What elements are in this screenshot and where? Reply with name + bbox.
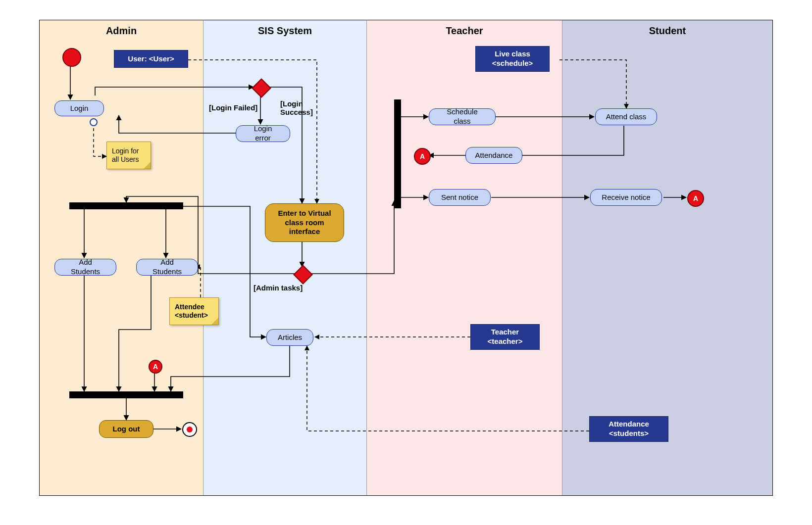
schedule-class-label: Schedule class [438, 107, 486, 126]
logout-label: Log out [113, 425, 140, 434]
login-failed-label: [Login Failed] [209, 103, 257, 112]
live-class-label: Live class <schedule> [485, 49, 540, 68]
enter-virtual-activity: Enter to Virtual class room interface [265, 203, 344, 242]
end-node-icon [182, 422, 197, 437]
login-error-label: Login error [245, 124, 281, 143]
teacher-object-block: Teacher <teacher> [470, 324, 540, 350]
attendance-label: Attendance [475, 151, 513, 160]
sent-notice-activity: Sent notice [429, 189, 491, 206]
sync-bar-teacher [394, 99, 401, 208]
articles-activity: Articles [266, 329, 313, 346]
lane-admin-title: Admin [40, 20, 203, 40]
connector-a-student-label: A [693, 194, 698, 202]
connector-a-student: A [687, 190, 704, 207]
add-students-1-label: Add Students [64, 258, 107, 277]
login-label: Login [70, 104, 89, 113]
attend-class-label: Attend class [606, 112, 647, 122]
login-note-text: Login for all Users [112, 147, 146, 164]
activity-diagram-canvas: Admin SIS System Teacher Student [39, 20, 773, 496]
lane-teacher: Teacher [366, 20, 562, 495]
lane-sis: SIS System [203, 20, 366, 495]
join-bar-admin [69, 391, 183, 398]
enter-virtual-label: Enter to Virtual class room interface [274, 209, 335, 237]
attend-class-activity: Attend class [595, 108, 657, 125]
admin-tasks-label: [Admin tasks] [254, 284, 303, 292]
start-node-icon [62, 48, 81, 67]
lane-sis-title: SIS System [203, 20, 366, 40]
schedule-class-activity: Schedule class [429, 108, 496, 125]
receive-notice-label: Receive notice [602, 193, 650, 202]
live-class-object-block: Live class <schedule> [475, 46, 550, 72]
user-object-block: User: <User> [114, 50, 188, 68]
receive-notice-activity: Receive notice [590, 189, 662, 206]
login-activity: Login [54, 100, 104, 116]
logout-activity: Log out [99, 420, 153, 438]
login-error-activity: Login error [236, 125, 290, 142]
articles-label: Articles [278, 333, 302, 342]
add-students-activity-1: Add Students [54, 259, 116, 276]
fork-bar-admin [69, 202, 183, 209]
connector-a-small: A [149, 360, 162, 374]
sent-notice-label: Sent notice [441, 193, 478, 202]
connector-a-small-label: A [153, 363, 158, 371]
connector-a-teacher: A [414, 148, 431, 165]
add-students-2-label: Add Students [146, 258, 189, 277]
teacher-object-label: Teacher <teacher> [480, 328, 530, 346]
add-students-activity-2: Add Students [136, 259, 198, 276]
user-object-label: User: <User> [128, 54, 174, 64]
lane-teacher-title: Teacher [367, 20, 562, 40]
attendee-note: Attendee <student> [169, 297, 219, 325]
note-anchor-icon [90, 118, 98, 126]
connector-a-teacher-label: A [420, 152, 425, 160]
attendance-object-label: Attendance <students> [599, 420, 659, 438]
login-success-label: [Login Success] [280, 99, 325, 116]
attendance-activity: Attendance [465, 147, 522, 164]
lane-student-title: Student [562, 20, 772, 40]
login-note: Login for all Users [106, 142, 151, 169]
attendance-object-block: Attendance <students> [589, 416, 668, 442]
attendee-note-text: Attendee <student> [175, 303, 213, 320]
